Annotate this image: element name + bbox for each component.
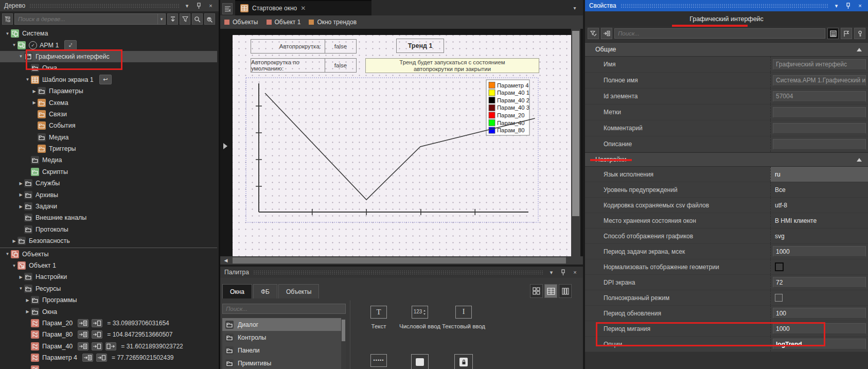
trend-window-canvas[interactable]: Автопрокрутка:falseАвтопрокрутка по умол… — [233, 35, 571, 256]
property-row-период-задачи-экрана-мсек[interactable]: Период задачи экрана, мсек1000 — [585, 244, 868, 259]
palette-list-scrollbar[interactable] — [341, 318, 346, 369]
expander-closed-icon[interactable]: ▶ — [31, 100, 38, 105]
properties-filter-button[interactable] — [588, 28, 599, 39]
tree-item-объект-1[interactable]: ▼Объект 1 — [0, 260, 217, 271]
canvas-vscroll-thumb[interactable] — [572, 31, 579, 216]
tree-item-протоколы[interactable]: Протоколы — [0, 224, 217, 235]
tree-item-окна[interactable]: Окна — [0, 62, 217, 74]
property-value-cell[interactable] — [770, 104, 868, 120]
expander-closed-icon[interactable]: ▶ — [24, 298, 31, 303]
tree-item-графический-интерфейс[interactable]: ▼Графический интерфейс — [0, 51, 217, 62]
palette-tab-объекты[interactable]: Объекты — [278, 284, 320, 298]
property-value-cell[interactable]: ru — [770, 167, 868, 182]
palette-layout-columns-button[interactable] — [559, 284, 572, 298]
tree-item-безопасность[interactable]: ▶Безопасность — [0, 235, 217, 247]
property-value-input[interactable]: 1000 — [773, 246, 866, 257]
expander-closed-icon[interactable]: ▶ — [11, 239, 17, 243]
expander-open-icon[interactable]: ▼ — [4, 31, 11, 36]
property-value-cell[interactable]: Система.АРМ 1.Графический ин — [770, 73, 868, 88]
expand-all-button[interactable] — [167, 13, 178, 25]
tree-menu-chevron-icon[interactable]: ▾ — [183, 2, 191, 10]
trend-chart[interactable]: Параметр 4Парам_40 1Парам_40 2Парам_40 3… — [233, 35, 571, 256]
properties-drag-handle[interactable] — [621, 4, 828, 8]
expander-closed-icon[interactable]: ▶ — [24, 309, 31, 314]
property-row-описание[interactable]: Описание — [585, 136, 868, 152]
tree-item-службы[interactable]: ▶Службы — [0, 178, 217, 189]
property-value-input[interactable] — [773, 107, 866, 118]
property-value-cell[interactable]: В HMI клиенте — [770, 213, 868, 228]
tree-item-триггеры[interactable]: Триггеры — [0, 143, 217, 154]
scroll-left-icon[interactable]: ◀ — [221, 257, 231, 264]
property-row-имя[interactable]: ИмяГрафический интерфейс — [585, 57, 868, 73]
properties-close-icon[interactable]: × — [856, 2, 864, 10]
property-row-способ-отображения-графиков[interactable]: Способ отображения графиковsvg — [585, 229, 868, 244]
palette-tab-фб[interactable]: ФБ — [253, 284, 277, 298]
tree-item-задачи[interactable]: ▶Задачи — [0, 201, 217, 212]
property-value-cell[interactable] — [770, 259, 868, 274]
expander-open-icon[interactable]: ▼ — [4, 252, 11, 256]
left-pane-expander-icon[interactable] — [223, 143, 227, 149]
property-row-уровень-предупреждений[interactable]: Уровень предупрежденийВсе — [585, 182, 868, 198]
palette-item-text-input[interactable]: IТекстовый ввод — [435, 306, 492, 330]
property-row-кодировка-сохраняемых-csv-файлов[interactable]: Кодировка сохраняемых csv файловutf-8 — [585, 198, 868, 213]
section-header-настройки[interactable]: Настройки — [585, 152, 868, 167]
property-value-cell[interactable]: logTrend — [770, 337, 868, 352]
tree-drag-handle[interactable] — [29, 4, 179, 8]
tree-item-медиа[interactable]: Медиа — [0, 154, 217, 166]
expander-closed-icon[interactable]: ▶ — [31, 89, 38, 94]
tree-item-схема[interactable]: ▶Схема — [0, 97, 217, 108]
filter-button[interactable] — [180, 13, 190, 25]
tree-item-парам-80[interactable]: Парам_80= 104.84729513660507 — [0, 329, 217, 340]
property-value-cell[interactable] — [770, 136, 868, 152]
breadcrumb-item-объекты[interactable]: Объекты — [224, 19, 258, 26]
expander-closed-icon[interactable]: ▶ — [17, 204, 24, 209]
property-value-cell[interactable]: 72 — [770, 275, 868, 290]
palette-menu-chevron-icon[interactable]: ▾ — [547, 269, 555, 276]
tree-item-ресурсы[interactable]: ▼Ресурсы — [0, 283, 217, 294]
breadcrumb-item-окно-трендов[interactable]: Окно трендов — [309, 19, 357, 26]
tree-pin-icon[interactable] — [195, 2, 203, 10]
checkbox[interactable] — [775, 294, 783, 302]
search-in-selection-button[interactable] — [204, 13, 215, 25]
undo-button[interactable]: ↩ — [99, 75, 112, 84]
tree-search-input[interactable] — [14, 13, 157, 25]
palette-drag-handle[interactable] — [253, 270, 543, 275]
property-row-id-элемента[interactable]: Id элемента57004 — [585, 89, 868, 104]
property-value-cell[interactable]: Все — [770, 182, 868, 197]
property-value-input[interactable]: 100 — [773, 308, 866, 319]
property-row-место-хранения-состояния-окон[interactable]: Место хранения состояния оконВ HMI клиен… — [585, 213, 868, 229]
property-row-полноэкранный-режим[interactable]: Полноэкранный режим — [585, 290, 868, 306]
property-value-cell[interactable]: svg — [770, 229, 868, 243]
property-value-input[interactable]: Графический интерфейс — [773, 59, 866, 70]
expander-open-icon[interactable]: ▼ — [17, 54, 24, 59]
expander-open-icon[interactable]: ▼ — [11, 43, 17, 47]
property-value-cell[interactable] — [770, 120, 868, 136]
properties-bindings-button[interactable] — [601, 28, 612, 39]
palette-pin-icon[interactable] — [559, 269, 567, 276]
property-value-cell[interactable]: 57004 — [770, 89, 868, 104]
collapse-tree-button[interactable] — [2, 13, 13, 25]
tree-item-внешние-каналы[interactable]: Внешние каналы — [0, 212, 217, 223]
tab-list-button[interactable] — [222, 3, 233, 14]
properties-view-list-button[interactable] — [827, 28, 839, 39]
tree-close-icon[interactable]: × — [207, 2, 215, 10]
property-row-язык-исполнения[interactable]: Язык исполненияru — [585, 167, 868, 182]
expander-open-icon[interactable]: ▼ — [11, 263, 17, 268]
canvas-hscroll-thumb[interactable] — [233, 257, 566, 263]
tree-item-шаблон-экрана-1[interactable]: ▼Шаблон экрана 1↩ — [0, 74, 217, 85]
expander-open-icon[interactable]: ▼ — [17, 286, 24, 291]
palette-layout-table-button[interactable] — [544, 284, 557, 298]
tree-item-окна[interactable]: ▶Окна — [0, 306, 217, 317]
canvas-horizontal-scrollbar[interactable]: ◀ — [220, 256, 583, 265]
tree-item-partial[interactable] — [0, 363, 217, 369]
palette-tab-окна[interactable]: Окна — [222, 284, 252, 298]
tree-item-арм-1[interactable]: ▼✓АРМ 1⤦ — [0, 39, 217, 50]
property-row-комментарий[interactable]: Комментарий — [585, 120, 868, 136]
property-value-input[interactable] — [773, 139, 866, 150]
expander-closed-icon[interactable]: ▶ — [17, 181, 24, 186]
tab-стартовое-окно[interactable]: Стартовое окно✕ — [235, 1, 371, 15]
properties-menu-chevron-icon[interactable]: ▾ — [832, 2, 840, 10]
property-value-cell[interactable]: utf-8 — [770, 198, 868, 213]
expander-open-icon[interactable]: ▼ — [24, 77, 31, 82]
property-value-input[interactable]: 72 — [773, 277, 866, 288]
